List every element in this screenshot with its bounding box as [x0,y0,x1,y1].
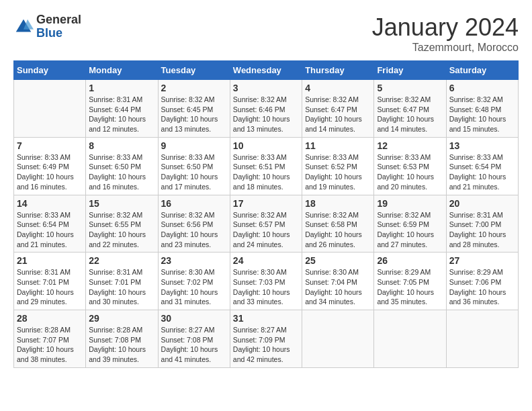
calendar-cell: 23Sunrise: 8:30 AMSunset: 7:02 PMDayligh… [158,253,230,310]
day-info: Sunrise: 8:28 AMSunset: 7:08 PMDaylight:… [89,325,154,365]
day-number: 4 [305,83,371,93]
day-info: Sunrise: 8:31 AMSunset: 7:01 PMDaylight:… [89,267,154,307]
day-info: Sunrise: 8:27 AMSunset: 7:09 PMDaylight:… [233,325,299,365]
day-info: Sunrise: 8:32 AMSunset: 6:48 PMDaylight:… [449,95,515,134]
day-number: 10 [233,140,299,151]
day-number: 24 [233,255,299,266]
calendar-cell: 30Sunrise: 8:27 AMSunset: 7:08 PMDayligh… [158,310,230,368]
header-row: SundayMondayTuesdayWednesdayThursdayFrid… [14,61,519,80]
day-info: Sunrise: 8:33 AMSunset: 6:52 PMDaylight:… [305,152,371,192]
logo-blue: Blue [36,27,81,40]
day-number: 22 [89,255,154,266]
day-number: 1 [89,83,154,93]
day-number: 6 [449,83,515,93]
month-title: January 2024 [372,13,519,42]
calendar-cell [302,310,374,368]
calendar-cell: 27Sunrise: 8:29 AMSunset: 7:06 PMDayligh… [446,253,518,310]
day-info: Sunrise: 8:33 AMSunset: 6:51 PMDaylight:… [233,152,299,192]
location-subtitle: Tazemmourt, Morocco [372,42,519,54]
calendar-cell: 8Sunrise: 8:33 AMSunset: 6:50 PMDaylight… [86,137,158,195]
calendar-cell: 12Sunrise: 8:33 AMSunset: 6:53 PMDayligh… [374,137,446,195]
title-block: January 2024 Tazemmourt, Morocco [372,13,519,54]
calendar-week-row: 21Sunrise: 8:31 AMSunset: 7:01 PMDayligh… [14,253,519,310]
day-info: Sunrise: 8:29 AMSunset: 7:06 PMDaylight:… [449,267,515,307]
day-number: 9 [161,140,227,151]
weekday-header: Tuesday [158,61,230,80]
day-info: Sunrise: 8:31 AMSunset: 7:00 PMDaylight:… [449,210,515,250]
calendar-cell: 14Sunrise: 8:33 AMSunset: 6:54 PMDayligh… [14,195,86,253]
calendar-cell: 11Sunrise: 8:33 AMSunset: 6:52 PMDayligh… [302,137,374,195]
calendar-cell: 29Sunrise: 8:28 AMSunset: 7:08 PMDayligh… [86,310,158,368]
day-info: Sunrise: 8:32 AMSunset: 6:46 PMDaylight:… [233,95,299,134]
calendar-cell: 26Sunrise: 8:29 AMSunset: 7:05 PMDayligh… [374,253,446,310]
calendar-week-row: 28Sunrise: 8:28 AMSunset: 7:07 PMDayligh… [14,310,519,368]
day-number: 27 [449,255,515,266]
day-number: 26 [377,255,443,266]
day-info: Sunrise: 8:31 AMSunset: 6:44 PMDaylight:… [89,95,154,134]
calendar-cell: 28Sunrise: 8:28 AMSunset: 7:07 PMDayligh… [14,310,86,368]
day-number: 19 [377,198,443,209]
weekday-header: Wednesday [230,61,302,80]
calendar-cell: 3Sunrise: 8:32 AMSunset: 6:46 PMDaylight… [230,80,302,138]
day-number: 15 [89,198,154,209]
day-info: Sunrise: 8:33 AMSunset: 6:53 PMDaylight:… [377,152,443,192]
calendar-cell: 31Sunrise: 8:27 AMSunset: 7:09 PMDayligh… [230,310,302,368]
calendar-week-row: 1Sunrise: 8:31 AMSunset: 6:44 PMDaylight… [14,80,519,138]
logo: General Blue [13,13,81,40]
calendar-cell: 1Sunrise: 8:31 AMSunset: 6:44 PMDaylight… [86,80,158,138]
day-info: Sunrise: 8:33 AMSunset: 6:54 PMDaylight:… [17,210,83,250]
day-number: 8 [89,140,154,151]
calendar-cell: 17Sunrise: 8:32 AMSunset: 6:57 PMDayligh… [230,195,302,253]
day-info: Sunrise: 8:32 AMSunset: 6:57 PMDaylight:… [233,210,299,250]
calendar-week-row: 7Sunrise: 8:33 AMSunset: 6:49 PMDaylight… [14,137,519,195]
calendar-cell: 7Sunrise: 8:33 AMSunset: 6:49 PMDaylight… [14,137,86,195]
calendar-cell: 20Sunrise: 8:31 AMSunset: 7:00 PMDayligh… [446,195,518,253]
calendar-cell: 18Sunrise: 8:32 AMSunset: 6:58 PMDayligh… [302,195,374,253]
day-number: 23 [161,255,227,266]
calendar-cell: 4Sunrise: 8:32 AMSunset: 6:47 PMDaylight… [302,80,374,138]
logo-icon [13,17,34,37]
weekday-header: Saturday [446,61,518,80]
logo-general: General [36,13,81,27]
day-number: 29 [89,313,154,324]
day-number: 3 [233,83,299,93]
day-info: Sunrise: 8:32 AMSunset: 6:58 PMDaylight:… [305,210,371,250]
day-info: Sunrise: 8:30 AMSunset: 7:03 PMDaylight:… [233,267,299,307]
day-info: Sunrise: 8:32 AMSunset: 6:59 PMDaylight:… [377,210,443,250]
calendar-cell: 13Sunrise: 8:33 AMSunset: 6:54 PMDayligh… [446,137,518,195]
calendar-cell: 10Sunrise: 8:33 AMSunset: 6:51 PMDayligh… [230,137,302,195]
calendar-cell: 2Sunrise: 8:32 AMSunset: 6:45 PMDaylight… [158,80,230,138]
calendar-cell [446,310,518,368]
day-info: Sunrise: 8:33 AMSunset: 6:49 PMDaylight:… [17,152,83,192]
calendar-cell: 9Sunrise: 8:33 AMSunset: 6:50 PMDaylight… [158,137,230,195]
calendar-cell: 25Sunrise: 8:30 AMSunset: 7:04 PMDayligh… [302,253,374,310]
day-info: Sunrise: 8:30 AMSunset: 7:02 PMDaylight:… [161,267,227,307]
calendar-cell [14,80,86,138]
calendar-cell: 6Sunrise: 8:32 AMSunset: 6:48 PMDaylight… [446,80,518,138]
day-number: 17 [233,198,299,209]
day-info: Sunrise: 8:32 AMSunset: 6:56 PMDaylight:… [161,210,227,250]
day-number: 7 [17,140,83,151]
calendar-cell: 22Sunrise: 8:31 AMSunset: 7:01 PMDayligh… [86,253,158,310]
day-info: Sunrise: 8:31 AMSunset: 7:01 PMDaylight:… [17,267,83,307]
weekday-header: Sunday [14,61,86,80]
calendar-cell: 19Sunrise: 8:32 AMSunset: 6:59 PMDayligh… [374,195,446,253]
day-number: 16 [161,198,227,209]
day-info: Sunrise: 8:32 AMSunset: 6:55 PMDaylight:… [89,210,154,250]
day-number: 20 [449,198,515,209]
day-info: Sunrise: 8:29 AMSunset: 7:05 PMDaylight:… [377,267,443,307]
day-number: 13 [449,140,515,151]
day-number: 14 [17,198,83,209]
day-info: Sunrise: 8:32 AMSunset: 6:45 PMDaylight:… [161,95,227,134]
day-info: Sunrise: 8:33 AMSunset: 6:50 PMDaylight:… [89,152,154,192]
calendar-cell [374,310,446,368]
day-info: Sunrise: 8:33 AMSunset: 6:50 PMDaylight:… [161,152,227,192]
day-number: 30 [161,313,227,324]
weekday-header: Thursday [302,61,374,80]
calendar-cell: 16Sunrise: 8:32 AMSunset: 6:56 PMDayligh… [158,195,230,253]
day-number: 11 [305,140,371,151]
day-info: Sunrise: 8:28 AMSunset: 7:07 PMDaylight:… [17,325,83,365]
day-info: Sunrise: 8:32 AMSunset: 6:47 PMDaylight:… [377,95,443,134]
day-info: Sunrise: 8:33 AMSunset: 6:54 PMDaylight:… [449,152,515,192]
day-number: 5 [377,83,443,93]
